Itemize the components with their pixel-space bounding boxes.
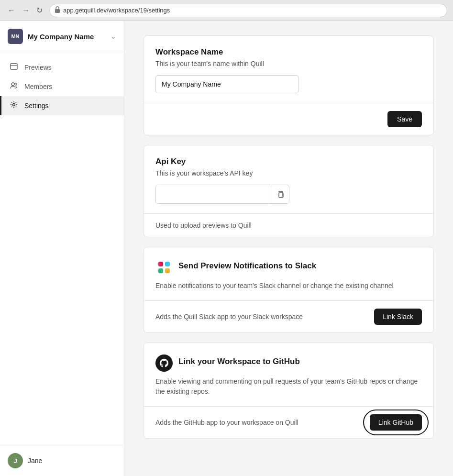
user-name: Jane bbox=[28, 457, 42, 465]
svg-rect-10 bbox=[165, 268, 170, 273]
sidebar-nav: Previews Members bbox=[0, 52, 124, 445]
slack-desc: Enable notifications to your team's Slac… bbox=[155, 281, 422, 291]
api-key-input[interactable] bbox=[156, 185, 271, 203]
lock-icon bbox=[55, 6, 60, 14]
api-key-card-body: Api Key This is your workspace's API key bbox=[144, 145, 433, 213]
api-key-card: Api Key This is your workspace's API key… bbox=[144, 145, 434, 237]
workspace-avatar: MN bbox=[8, 29, 23, 44]
svg-rect-0 bbox=[55, 9, 60, 13]
workspace-name-title: Workspace Name bbox=[155, 47, 422, 57]
nav-buttons: ← → ↻ bbox=[6, 4, 44, 17]
github-card-footer: Adds the GitHub app to your workspace on… bbox=[144, 406, 433, 438]
sidebar-item-label-previews: Previews bbox=[24, 64, 52, 71]
api-key-footer-text: Used to upload previews to Quill bbox=[155, 221, 252, 229]
link-github-button[interactable]: Link GitHub bbox=[370, 414, 422, 431]
settings-icon bbox=[9, 101, 19, 111]
slack-header-row: Send Preview Notifications to Slack bbox=[155, 259, 422, 276]
copy-button[interactable] bbox=[271, 185, 289, 203]
workspace-name-card-body: Workspace Name This is your team's name … bbox=[144, 36, 433, 103]
save-button[interactable]: Save bbox=[387, 111, 422, 127]
slack-title: Send Preview Notifications to Slack bbox=[178, 261, 316, 271]
browser-bar: ← → ↻ app.getquill.dev/workspace/19/sett… bbox=[0, 0, 453, 21]
forward-button[interactable]: → bbox=[20, 4, 32, 17]
workspace-name: My Company Name bbox=[28, 33, 106, 41]
slack-card: Send Preview Notifications to Slack Enab… bbox=[144, 247, 434, 333]
github-icon bbox=[155, 354, 173, 372]
refresh-button[interactable]: ↻ bbox=[34, 4, 44, 17]
github-btn-wrapper: Link GitHub bbox=[370, 414, 422, 431]
sidebar: MN My Company Name ⌄ Previews bbox=[0, 21, 124, 476]
address-bar[interactable]: app.getquill.dev/workspace/19/settings bbox=[49, 4, 447, 17]
user-avatar: J bbox=[8, 453, 23, 468]
svg-rect-9 bbox=[158, 268, 163, 273]
github-title: Link your Workspace to GitHub bbox=[178, 357, 300, 366]
slack-footer-text: Adds the Quill Slack app to your Slack w… bbox=[155, 313, 303, 321]
sidebar-item-previews[interactable]: Previews bbox=[0, 58, 124, 77]
workspace-name-input[interactable] bbox=[155, 75, 299, 93]
github-desc: Enable viewing and commenting on pull re… bbox=[155, 376, 422, 397]
chevron-down-icon[interactable]: ⌄ bbox=[110, 33, 116, 40]
svg-rect-1 bbox=[11, 64, 17, 69]
main-content: Workspace Name This is your team's name … bbox=[124, 21, 453, 476]
slack-icon bbox=[155, 259, 173, 276]
svg-rect-7 bbox=[158, 262, 163, 266]
members-icon bbox=[9, 82, 19, 91]
sidebar-header: MN My Company Name ⌄ bbox=[0, 21, 124, 52]
previews-icon bbox=[9, 63, 19, 72]
github-card-body: Link your Workspace to GitHub Enable vie… bbox=[144, 343, 433, 406]
sidebar-item-members[interactable]: Members bbox=[0, 77, 124, 96]
sidebar-footer: J Jane bbox=[0, 445, 124, 476]
workspace-name-desc: This is your team's name within Quill bbox=[155, 60, 422, 67]
url-text: app.getquill.dev/workspace/19/settings bbox=[63, 7, 170, 14]
api-key-card-footer: Used to upload previews to Quill bbox=[144, 213, 433, 237]
back-button[interactable]: ← bbox=[6, 4, 17, 17]
sidebar-item-settings[interactable]: Settings bbox=[0, 96, 124, 115]
link-slack-button[interactable]: Link Slack bbox=[374, 309, 422, 325]
svg-point-5 bbox=[13, 104, 15, 106]
slack-card-body: Send Preview Notifications to Slack Enab… bbox=[144, 247, 433, 300]
api-key-title: Api Key bbox=[155, 157, 422, 166]
github-header-row: Link your Workspace to GitHub bbox=[155, 354, 422, 372]
api-key-desc: This is your workspace's API key bbox=[155, 169, 422, 177]
api-key-row bbox=[155, 185, 289, 204]
slack-card-footer: Adds the Quill Slack app to your Slack w… bbox=[144, 300, 433, 332]
app-layout: MN My Company Name ⌄ Previews bbox=[0, 21, 453, 476]
sidebar-item-label-settings: Settings bbox=[24, 102, 49, 110]
svg-point-3 bbox=[11, 83, 14, 86]
workspace-name-card: Workspace Name This is your team's name … bbox=[144, 35, 434, 135]
sidebar-item-label-members: Members bbox=[24, 83, 52, 90]
workspace-name-card-footer: Save bbox=[144, 103, 433, 135]
github-card: Link your Workspace to GitHub Enable vie… bbox=[144, 343, 434, 439]
svg-rect-8 bbox=[165, 262, 170, 266]
svg-point-4 bbox=[15, 83, 17, 85]
github-footer-text: Adds the GitHub app to your workspace on… bbox=[155, 419, 298, 426]
